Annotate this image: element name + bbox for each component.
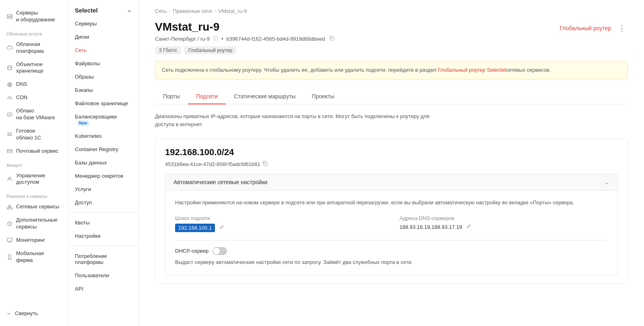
subnet-card: 192.168.100.0/24 4531b6ea-41ce-47d2-856f… (155, 139, 628, 284)
sidebar-mid-item-images[interactable]: Образы (68, 70, 138, 83)
alert-link[interactable]: Глобальный роутер Selectel (438, 67, 506, 73)
sidebar-item-monitoring-label: Мониторинг (16, 237, 45, 244)
sidebar-mid-item-balancers[interactable]: Балансировщики New (68, 110, 138, 129)
sidebar-item-dns[interactable]: DNS (0, 78, 68, 91)
sidebar-mid-item-backups[interactable]: Бэкапы (68, 83, 138, 97)
svg-point-6 (10, 99, 10, 100)
global-router-link[interactable]: Глобальный роутер (559, 25, 611, 31)
collapse-label: Свернуть (15, 310, 38, 316)
sidebar-mid-item-file-storage[interactable]: Файловое хранилище (68, 97, 138, 110)
sidebar-mid-item-balancers-label: Балансировщики (75, 114, 117, 120)
sidebar-mid-item-secrets[interactable]: Менеджер секретов (68, 169, 138, 183)
edit-dns-icon[interactable] (466, 224, 471, 230)
badge-bandwidth: 3 Гбит/с (155, 46, 181, 54)
location-text: Санкт-Петербург / ru-9 (155, 36, 210, 42)
sidebar-section-account: Аккаунт (0, 158, 68, 169)
sidebar-section-cloud: Облачные услуги (0, 27, 68, 38)
network-icon (6, 204, 13, 210)
sidebar-item-vmware-label: Облакона базе VMware (16, 108, 55, 121)
page-title: VMstat_ru-9 (155, 21, 219, 33)
auto-settings-content: Настройки применяются на новом сервере в… (165, 191, 618, 275)
sidebar-mid-item-services[interactable]: Услуги (68, 183, 138, 196)
subnet-uuid: 4531b6ea-41ce-47d2-856f-f5adcfd61b81 (165, 161, 260, 167)
breadcrumb-private-networks[interactable]: Приватные сети (173, 8, 212, 14)
svg-point-2 (11, 15, 12, 16)
sidebar-mid-item-container-registry[interactable]: Container Registry (68, 143, 138, 156)
sidebar-item-mail[interactable]: Почтовый сервис (0, 145, 68, 158)
sidebar-mid-item-servers[interactable]: Серверы (68, 17, 138, 30)
sidebar-item-mobile-farm[interactable]: Мобильная ферма (0, 247, 68, 267)
sidebar-mid-item-kubernetes[interactable]: Kubernetes (68, 129, 138, 143)
sidebar-mid-item-settings[interactable]: Настройки (68, 229, 138, 243)
breadcrumb-network[interactable]: Сеть (155, 8, 167, 14)
svg-point-16 (9, 258, 10, 259)
tab-routes[interactable]: Статические маршруты (226, 89, 303, 104)
vmware-icon (6, 111, 13, 118)
sidebar-item-1c[interactable]: 1С Готовоеоблако 1С (0, 125, 68, 145)
tab-ports[interactable]: Порты (155, 89, 188, 104)
collapse-button[interactable]: ← Свернуть (0, 307, 68, 320)
auto-settings-desc: Настройки применяются на новом сервере в… (175, 199, 608, 207)
breadcrumb-sep-2: / (215, 8, 216, 14)
sidebar-item-access[interactable]: Управлениедоступом (0, 169, 68, 189)
breadcrumb: Сеть / Приватные сети / VMstat_ru-9 (155, 8, 628, 14)
sidebar-item-mail-label: Почтовый сервис (16, 148, 58, 155)
dhcp-toggle[interactable] (213, 247, 227, 255)
svg-point-3 (11, 17, 12, 18)
sidebar-item-cloud-platform[interactable]: Облачнаяплатформа (0, 38, 68, 58)
sidebar-mid: Selectel ⌄ Серверы Диски Сеть Файрволы О… (68, 0, 139, 326)
breadcrumb-current: VMstat_ru-9 (219, 8, 247, 14)
chevron-down-icon[interactable]: ⌄ (127, 6, 132, 14)
sidebar-mid-item-disks[interactable]: Диски (68, 30, 138, 44)
collapse-arrow-icon: ← (6, 310, 12, 316)
1c-icon: 1С (6, 131, 13, 138)
sidebar-item-monitoring[interactable]: Мониторинг (0, 234, 68, 247)
dhcp-label: DHCP-сервер (175, 248, 208, 254)
main-content: Сеть / Приватные сети / VMstat_ru-9 VMst… (139, 0, 644, 326)
chevron-up-icon: ⌄ (605, 179, 609, 185)
sidebar-mid-item-api[interactable]: API (68, 282, 138, 295)
copy-subnet-uuid-icon[interactable] (262, 161, 268, 167)
sidebar-item-vmware[interactable]: Облакона базе VMware (0, 104, 68, 125)
svg-rect-18 (264, 162, 267, 166)
subnet-cidr: 192.168.100.0/24 (165, 147, 618, 158)
edit-gateway-icon[interactable] (219, 225, 224, 231)
sidebar-mid-item-users[interactable]: Пользователи (68, 269, 138, 282)
alert-box: Сеть подключена к глобальному роутеру. Ч… (155, 61, 628, 79)
sidebar-item-storage-label: Объектноехранилище (16, 61, 43, 75)
sidebar-item-cdn[interactable]: CDN (0, 91, 68, 104)
auto-settings-label: Автоматические сетевые настройки (173, 179, 267, 185)
sidebar-mid-item-quotas[interactable]: Квоты (68, 216, 138, 229)
dns-value-text: 188.93.16.19,188.93.17.19 (400, 224, 462, 230)
badge-global-router: Глобальный роутер (184, 46, 236, 54)
sidebar-mid-item-network[interactable]: Сеть (68, 44, 138, 57)
sidebar-item-access-label: Управлениедоступом (16, 172, 45, 186)
dns-section: Адреса DNS-серверов 188.93.16.19,188.93.… (400, 215, 608, 232)
sidebar-item-network-services[interactable]: Сетевые сервисы (0, 200, 68, 214)
tab-subnets[interactable]: Подсети (188, 89, 226, 104)
svg-rect-14 (7, 238, 12, 241)
gateway-label: Шлюз подсети (175, 215, 384, 221)
monitor-icon (6, 237, 13, 243)
gateway-input[interactable]: 192.168.100.1 (175, 224, 215, 232)
svg-point-4 (8, 66, 12, 67)
svg-rect-10 (7, 208, 9, 209)
extra-icon (6, 220, 13, 227)
sidebar-item-object-storage[interactable]: Объектноехранилище (0, 58, 68, 78)
sidebar-section-solutions: Решения и сервисы (0, 189, 68, 200)
sidebar-mid-item-databases[interactable]: Базы данных (68, 156, 138, 169)
sidebar-item-servers[interactable]: Серверы и оборудование (0, 6, 68, 27)
sidebar-mid-item-access[interactable]: Доступ (68, 196, 138, 209)
breadcrumb-sep-1: / (169, 8, 171, 14)
auto-settings-row[interactable]: Автоматические сетевые настройки ⌄ (165, 174, 618, 191)
sidebar-item-extra-services[interactable]: Дополнительныесервисы (0, 214, 68, 234)
meta-separator: • (221, 36, 223, 42)
more-menu-button[interactable]: ⋮ (616, 23, 628, 33)
settings-divider (175, 240, 608, 241)
sidebar-mid-item-consumption[interactable]: Потребление платформы (68, 249, 138, 269)
cloud-icon (6, 45, 13, 51)
copy-uuid-icon[interactable] (329, 35, 334, 42)
dhcp-row: DHCP-сервер (175, 247, 608, 255)
sidebar-mid-item-firewalls[interactable]: Файрволы (68, 57, 138, 70)
tab-projects[interactable]: Проекты (303, 89, 342, 104)
